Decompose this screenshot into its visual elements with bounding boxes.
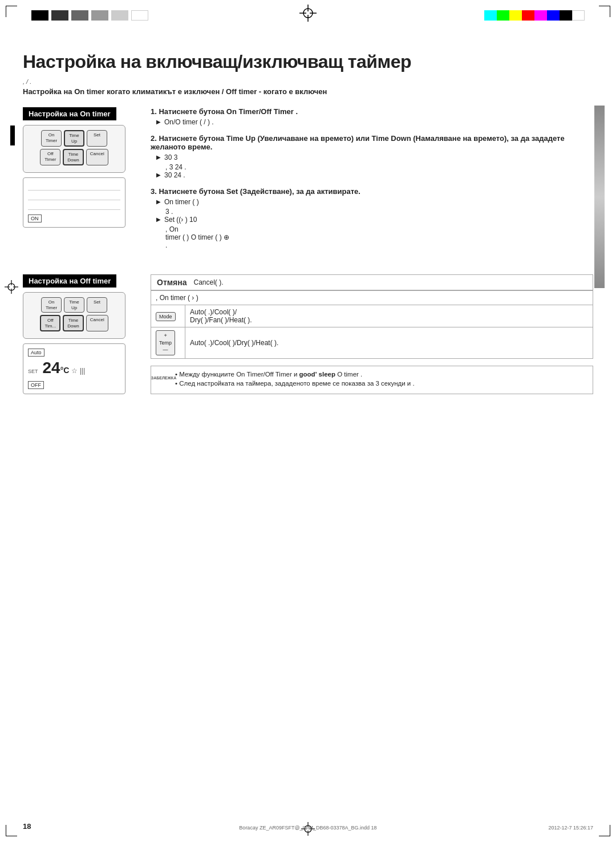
off-timer-btn[interactable]: OffTimer — [40, 149, 60, 165]
step3-text: 3. Натиснете бутона Set (Задействане), з… — [151, 187, 593, 196]
off-badge: OFF — [28, 381, 44, 389]
step2-sub1-text: 30 3 — [164, 153, 177, 161]
display-line-2 — [28, 192, 120, 200]
note-content: • Между функциите On Timer/Off Timer и g… — [175, 371, 415, 389]
table-row-mode: Mode Auto( .)/Cool( )/ Dry( )/Fan( )/Hea… — [151, 305, 593, 327]
on-timer-step-3: 3. Натиснете бутона Set (Задействане), з… — [151, 187, 593, 249]
main-title: Настройка на включващ/изключващ таймер — [23, 51, 593, 72]
step1-label: Натиснете бутона On Timer/Off Timer . — [159, 107, 298, 116]
arrow2a: ▶ — [156, 154, 161, 161]
on-badge: ON — [28, 214, 42, 222]
note-box: ЗАБЕЛЕЖКА • Между функциите On Timer/Off… — [151, 366, 593, 394]
step3-sub2: ▶ Set ((› ) 10 — [151, 216, 593, 224]
off-cancel-btn[interactable]: Cancel — [86, 315, 108, 331]
cancel-btn[interactable]: Cancel — [86, 149, 108, 165]
step2-label: Натиснете бутона Time Up (Увеличаване на… — [151, 134, 565, 151]
page-number: 18 — [23, 822, 31, 831]
step2-note1: , 3 24 . — [151, 163, 593, 171]
off-timer-table: , On timer ( › ) Mode Auto( .)/Cool( )/ … — [151, 290, 593, 359]
mode-cell-label: Mode — [151, 305, 185, 327]
on-timer-section: Настройка на On timer OnTimer TimeUp Set… — [23, 107, 593, 257]
on-timer-instructions: 1. Натиснете бутона On Timer/Off Timer .… — [151, 107, 593, 257]
note-icon-area: ЗАБЕЛЕЖКА — [157, 371, 171, 384]
off-timer-right: Отмяна Cancel( ). , On timer ( › ) Mode — [151, 274, 593, 394]
crosshair-top-center — [299, 5, 317, 23]
table-cell-ontimer: , On timer ( › ) — [151, 291, 593, 305]
note-bullet-2: • След настройката на таймера, зададенот… — [175, 380, 415, 387]
off-set-btn[interactable]: Set — [87, 297, 107, 313]
step3-sub1: ▶ On timer ( ) — [151, 198, 593, 206]
subtitle-italic: , / . — [23, 78, 31, 85]
off-timer-remote: OnTimer TimeUp Set OffTim... TimeDown Ca… — [23, 292, 125, 339]
arrow3b: ▶ — [156, 216, 161, 224]
wifi-icon: ☆ ||| — [71, 367, 85, 375]
table-row-1: , On timer ( › ) — [151, 291, 593, 305]
off-timer-label: Настройка на Off timer — [23, 274, 116, 288]
remote-top-row: OnTimer TimeUp Set — [28, 130, 120, 147]
temp-cell-text: Auto( .)/Cool( )/Dry( )/Heat( ). — [185, 327, 593, 359]
display-lines — [28, 183, 120, 210]
auto-badge: Auto — [28, 349, 44, 357]
temp-icon: +Temp— — [156, 330, 175, 355]
set-label: SET — [28, 369, 38, 374]
right-gray-bar — [594, 106, 605, 288]
off-time-up-btn[interactable]: TimeUp — [64, 297, 84, 313]
mode-icon: Mode — [156, 312, 176, 321]
note-header-label: ЗАБЕЛЕЖКА — [151, 376, 176, 380]
off-timer-left: Настройка на Off timer OnTimer TimeUp Se… — [23, 274, 137, 394]
left-margin-mark — [10, 126, 15, 145]
step3-sub2-text: Set ((› ) 10 — [164, 216, 197, 224]
set-btn[interactable]: Set — [87, 130, 107, 147]
arrow2b: ▶ — [156, 172, 161, 179]
on-timer-step-1: 1. Натиснете бутона On Timer/Off Timer .… — [151, 107, 593, 126]
step2-sub2-text: 30 24 . — [164, 171, 185, 179]
step3-num: 3. — [151, 187, 159, 196]
page-content: Настройка на включващ/изключващ таймер ,… — [23, 34, 593, 808]
time-up-btn[interactable]: TimeUp — [64, 130, 84, 147]
on-timer-remote: OnTimer TimeUp Set OffTimer TimeDown Can… — [23, 125, 125, 173]
off-time-down-btn[interactable]: TimeDown — [63, 315, 83, 331]
step1-sub-text: On/О timer ( / ) . — [164, 118, 214, 126]
off-remote-bottom-row: OffTim... TimeDown Cancel — [28, 315, 120, 331]
note-bullet-2-text: • След настройката на таймера, зададенот… — [175, 380, 415, 387]
off-timer-main-btn[interactable]: OffTim... — [40, 315, 60, 331]
footer-date: 2012-12-7 15:26:17 — [548, 825, 593, 831]
on-timer-btn[interactable]: OnTimer — [41, 130, 62, 147]
step3-label: Натиснете бутона Set (Задействане), за д… — [159, 187, 360, 196]
on-timer-left: Настройка на On timer OnTimer TimeUp Set… — [23, 107, 137, 257]
step2-sub2: ▶ 30 24 . — [151, 171, 593, 179]
off-remote-top-row: OnTimer TimeUp Set — [28, 297, 120, 313]
off-on-timer-btn[interactable]: OnTimer — [41, 297, 62, 313]
crosshair-left-mid — [5, 280, 18, 295]
bold-subtitle: Настройка на On timer когато климатикът … — [23, 87, 593, 96]
step3-note4: . — [151, 241, 593, 249]
subtitle-line: , / . — [23, 78, 593, 85]
footer-filename: Boracay ZE_AR09FSFT@_IBIM_DB68-03378A_BG… — [239, 825, 376, 831]
cancel-text: Cancel( ). — [194, 278, 224, 286]
display-line-1 — [28, 183, 120, 191]
display-line-3 — [28, 202, 120, 210]
step3-note3: timer ( ) О timer ( ) ⊕ — [151, 233, 593, 241]
step2-sub1: ▶ 30 3 — [151, 153, 593, 161]
step1-sub: ▶ On/О timer ( / ) . — [151, 118, 593, 126]
color-bars-top-right — [484, 10, 585, 21]
step3-note1: 3 . — [151, 208, 593, 216]
time-down-btn[interactable]: TimeDown — [63, 149, 83, 165]
off-timer-section: Настройка на Off timer OnTimer TimeUp Se… — [23, 274, 593, 394]
print-squares-top-left — [31, 10, 148, 21]
temp-unit: °C — [60, 366, 70, 375]
step1-text: 1. Натиснете бутона On Timer/Off Timer . — [151, 107, 593, 116]
on-timer-display: ON — [23, 177, 125, 228]
on-timer-label: Настройка на On timer — [23, 107, 116, 120]
mode-cell-text: Auto( .)/Cool( )/ Dry( )/Fan( )/Heat( ). — [185, 305, 593, 327]
remote-bottom-row: OffTimer TimeDown Cancel — [28, 149, 120, 165]
on-timer-step-2: 2. Натиснете бутона Time Up (Увеличаване… — [151, 134, 593, 179]
note-bullet-1: • Между функциите On Timer/Off Timer и g… — [175, 371, 415, 378]
temp-value: 24 — [43, 359, 60, 377]
temp-display: 24 °C — [43, 359, 70, 377]
step1-num: 1. — [151, 107, 159, 116]
note-bullet-1-text: • Между функциите On Timer/Off Timer и g… — [175, 371, 362, 378]
cancel-label: Отмяна — [157, 278, 187, 287]
step2-num: 2. — [151, 134, 159, 143]
temp-cell-label: +Temp— — [151, 327, 185, 359]
